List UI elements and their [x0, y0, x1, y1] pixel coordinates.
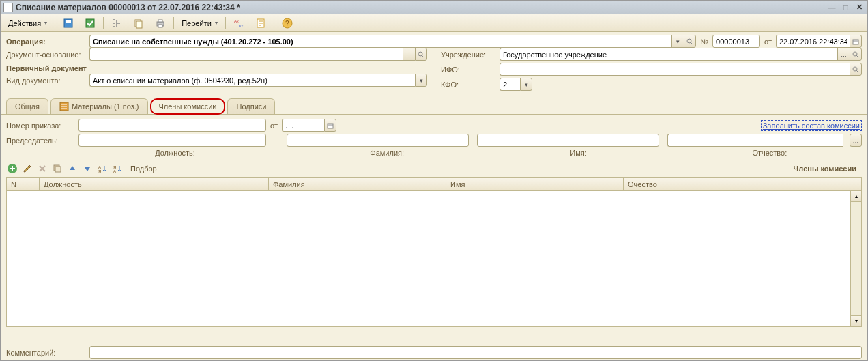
name-sublabel: Имя: [486, 149, 670, 157]
tab-general[interactable]: Общая [6, 98, 48, 114]
ifo-label: ИФО: [441, 66, 495, 74]
arrow-up-icon [68, 164, 76, 173]
grid-header: N Должность Фамилия Имя Очество [7, 178, 861, 191]
document-icon [3, 3, 13, 12]
dkt-button[interactable]: АкКт [229, 16, 249, 31]
pencil-icon [23, 164, 32, 173]
col-patronymic[interactable]: Очество [624, 178, 850, 190]
minimize-button[interactable]: — [826, 3, 837, 12]
date-picker[interactable] [850, 35, 862, 48]
scroll-up-button[interactable]: ▴ [851, 191, 861, 202]
help-button[interactable]: ? [277, 16, 298, 31]
fill-commission-link[interactable]: Заполнить состав комиссии [761, 120, 862, 131]
chairman-patronymic-input[interactable] [667, 134, 843, 147]
window-controls: — □ ✕ [826, 3, 865, 12]
chairman-surname-input[interactable] [287, 134, 469, 147]
chairman-position-input[interactable] [78, 134, 266, 147]
sort-desc-button[interactable]: ЯA [111, 162, 124, 175]
grid-scrollbar[interactable]: ▴ ▾ [850, 191, 861, 326]
move-up-button[interactable] [66, 162, 78, 175]
operation-label: Операция: [6, 38, 85, 46]
maximize-button[interactable]: □ [840, 3, 851, 12]
doc-basis-t-button[interactable]: T [403, 48, 415, 61]
date-label: от [764, 38, 772, 46]
doc-type-input[interactable] [89, 74, 415, 87]
doc-type-label: Вид документа: [6, 76, 85, 85]
institution-search[interactable] [850, 48, 862, 61]
search-icon [686, 38, 693, 45]
col-n[interactable]: N [7, 178, 40, 190]
tree-button[interactable] [106, 16, 127, 31]
main-toolbar: Действия Перейти АкКт ? [1, 14, 867, 32]
order-num-input[interactable] [78, 119, 266, 132]
institution-select[interactable]: … [837, 48, 850, 61]
operation-input[interactable] [89, 35, 671, 48]
col-name[interactable]: Имя [446, 178, 624, 190]
svg-rect-14 [853, 40, 858, 44]
tab-commission[interactable]: Члены комиссии [150, 98, 226, 115]
x-icon [38, 164, 47, 173]
primary-doc-section: Первичный документ [6, 63, 427, 74]
sort-asc-icon: AЯ [98, 164, 107, 173]
svg-text:Ак: Ак [234, 19, 239, 23]
selection-button[interactable]: Подбор [130, 164, 157, 173]
doc-basis-input[interactable] [89, 48, 403, 61]
report-button[interactable] [250, 16, 271, 31]
tab-materials[interactable]: Материалы (1 поз.) [50, 98, 148, 114]
copy-icon [133, 18, 144, 29]
comment-input[interactable] [89, 346, 862, 359]
svg-rect-2 [86, 19, 94, 27]
close-button[interactable]: ✕ [854, 3, 865, 12]
edit-row-button[interactable] [21, 162, 33, 175]
institution-input[interactable] [500, 48, 837, 61]
goto-menu[interactable]: Перейти [177, 16, 222, 31]
number-input[interactable] [712, 35, 760, 48]
surname-sublabel: Фамилия: [295, 149, 479, 157]
sort-asc-button[interactable]: AЯ [96, 162, 108, 175]
copy-row-button[interactable] [51, 162, 63, 175]
svg-rect-6 [158, 20, 162, 22]
move-down-button[interactable] [81, 162, 93, 175]
chairman-select-button[interactable]: … [850, 134, 862, 147]
footer: Комментарий: [1, 343, 867, 360]
print-button[interactable] [150, 16, 171, 31]
operation-dropdown[interactable]: ▾ [671, 35, 684, 48]
add-row-button[interactable] [6, 162, 18, 175]
order-date-input[interactable] [282, 119, 324, 132]
col-position[interactable]: Должность [40, 178, 269, 190]
plus-icon [7, 163, 18, 174]
order-date-label: от [270, 121, 278, 130]
order-date-picker[interactable] [324, 119, 336, 132]
delete-row-button[interactable] [36, 162, 48, 175]
grid-body[interactable]: ▴ ▾ [7, 191, 861, 326]
operation-search[interactable] [684, 35, 696, 48]
tab-signatures[interactable]: Подписи [227, 98, 275, 114]
grid-toolbar: AЯ ЯA Подбор [6, 160, 157, 177]
patronymic-sublabel: Отчество: [678, 149, 862, 157]
doc-basis-search[interactable] [415, 48, 427, 61]
scroll-down-button[interactable]: ▾ [851, 315, 861, 326]
col-surname[interactable]: Фамилия [269, 178, 446, 190]
position-sublabel: Должность: [81, 149, 269, 157]
search-icon [418, 51, 424, 58]
doc-type-dropdown[interactable]: ▾ [415, 74, 427, 87]
save-button[interactable] [58, 16, 78, 31]
date-input[interactable] [776, 35, 850, 48]
save-icon [63, 18, 74, 29]
copy-button[interactable] [128, 16, 149, 31]
svg-text:Я: Я [98, 169, 101, 173]
kfo-input[interactable] [500, 78, 520, 91]
post-icon [85, 18, 96, 29]
ifo-search[interactable] [850, 63, 862, 76]
post-button[interactable] [80, 16, 100, 31]
window-title: Списание материалов 00000013 от 22.07.20… [16, 3, 826, 12]
chairman-label: Председатель: [6, 136, 74, 145]
svg-text:?: ? [285, 20, 289, 27]
svg-rect-22 [55, 167, 61, 172]
ifo-input[interactable] [500, 63, 850, 76]
actions-menu[interactable]: Действия [3, 16, 52, 31]
window: Списание материалов 00000013 от 22.07.20… [0, 0, 868, 361]
kfo-dropdown[interactable]: ▾ [520, 78, 532, 91]
scroll-track[interactable] [851, 202, 861, 315]
chairman-name-input[interactable] [477, 134, 659, 147]
